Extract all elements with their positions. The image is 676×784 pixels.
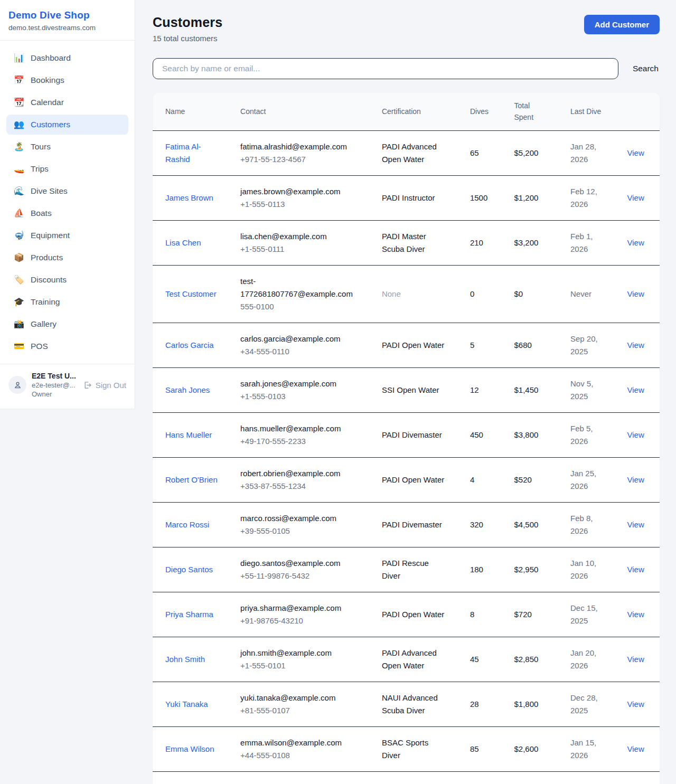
customer-email: yuki.tanaka@example.com (240, 692, 361, 704)
customer-total-spent: $720 (501, 592, 558, 637)
col-header-total-spent: Total Spent (501, 93, 558, 131)
sidebar-item-gallery[interactable]: 📸 Gallery (6, 314, 128, 334)
customer-phone: +91-98765-43210 (240, 615, 361, 627)
view-link[interactable]: View (627, 610, 644, 619)
sidebar-item-boats[interactable]: ⛵ Boats (6, 203, 128, 223)
customer-last-dive: Jan 25, 2026 (558, 458, 615, 503)
customer-last-dive: Feb 12, 2026 (558, 176, 615, 221)
view-link[interactable]: View (627, 655, 644, 664)
sidebar: Demo Dive Shop demo.test.divestreams.com… (0, 0, 135, 409)
package-icon: 📦 (14, 253, 24, 262)
customer-certification: PADI Master Scuba Diver (382, 232, 426, 253)
customer-total-spent: $2,100 (501, 772, 558, 784)
table-row: Yuki Tanaka yuki.tanaka@example.com +81-… (153, 682, 660, 727)
user-email: e2e-tester@... (32, 381, 78, 389)
view-link[interactable]: View (627, 289, 644, 298)
customer-dives: 65 (457, 131, 502, 176)
customer-name-link[interactable]: Lisa Chen (165, 238, 201, 247)
sidebar-item-dive-sites[interactable]: 🌊 Dive Sites (6, 181, 128, 201)
island-icon: 🏝️ (14, 143, 24, 151)
sidebar-item-bookings[interactable]: 📅 Bookings (6, 70, 128, 90)
customer-email: carlos.garcia@example.com (240, 333, 361, 345)
page-header: Customers 15 total customers Add Custome… (153, 15, 660, 43)
sailboat-icon: ⛵ (14, 209, 24, 218)
sidebar-item-training[interactable]: 🎓 Training (6, 292, 128, 312)
customer-last-dive: Dec 28, 2025 (558, 682, 615, 727)
customer-name-link[interactable]: Yuki Tanaka (165, 700, 208, 709)
add-customer-button[interactable]: Add Customer (584, 15, 660, 34)
customer-name-link[interactable]: Marco Rossi (165, 520, 209, 529)
customer-name-link[interactable]: Priya Sharma (165, 610, 213, 619)
customer-total-spent: $2,850 (501, 637, 558, 682)
customer-phone: +1-555-0111 (240, 243, 361, 256)
sidebar-item-label: POS (31, 342, 48, 351)
search-input[interactable] (153, 58, 618, 79)
sign-out-button[interactable]: Sign Out (83, 381, 126, 390)
camera-flash-icon: 📸 (14, 320, 24, 328)
sidebar-item-customers[interactable]: 👥 Customers (6, 115, 128, 135)
customer-name-link[interactable]: James Brown (165, 193, 213, 202)
customer-last-dive: Sep 20, 2025 (558, 323, 615, 368)
user-box: E2E Test U... e2e-tester@... Owner Sign … (0, 364, 135, 409)
bar-chart-icon: 📊 (14, 54, 24, 62)
table-row: Test Customer test-1772681807767@example… (153, 266, 660, 323)
customer-name-link[interactable]: Fatima Al-Rashid (165, 142, 201, 164)
customer-total-spent: $4,500 (501, 503, 558, 547)
sidebar-item-label: Dive Sites (31, 186, 68, 196)
customer-name-link[interactable]: Diego Santos (165, 565, 213, 574)
view-link[interactable]: View (627, 430, 644, 439)
view-link[interactable]: View (627, 700, 644, 709)
page-title: Customers (153, 15, 222, 30)
customer-name-link[interactable]: Carlos Garcia (165, 341, 214, 350)
customer-certification: PADI Advanced Open Water (382, 648, 437, 670)
customer-total-spent: $3,800 (501, 413, 558, 458)
sidebar-item-label: Customers (31, 120, 70, 129)
view-link[interactable]: View (627, 744, 644, 753)
view-link[interactable]: View (627, 520, 644, 529)
customer-dives: 28 (457, 682, 502, 727)
sidebar-item-pos[interactable]: 💳 POS (6, 336, 128, 356)
customer-dives: 12 (457, 368, 502, 413)
sidebar-item-calendar[interactable]: 📆 Calendar (6, 92, 128, 112)
sidebar-item-tours[interactable]: 🏝️ Tours (6, 137, 128, 157)
sidebar-item-trips[interactable]: 🚤 Trips (6, 159, 128, 179)
sidebar-item-equipment[interactable]: 🤿 Equipment (6, 225, 128, 245)
customer-last-dive: Feb 1, 2026 (558, 221, 615, 266)
customer-name-link[interactable]: John Smith (165, 655, 205, 664)
customer-phone: +1-555-0103 (240, 390, 361, 403)
customer-name-link[interactable]: Test Customer (165, 289, 217, 298)
sidebar-item-discounts[interactable]: 🏷️ Discounts (6, 270, 128, 290)
customer-total-spent: $680 (501, 323, 558, 368)
customer-certification: PADI Instructor (382, 193, 435, 202)
view-link[interactable]: View (627, 385, 644, 394)
table-row: Diego Santos diego.santos@example.com +5… (153, 547, 660, 592)
customer-name-link[interactable]: Robert O'Brien (165, 475, 218, 484)
view-link[interactable]: View (627, 193, 644, 202)
view-link[interactable]: View (627, 475, 644, 484)
table-row: Priya Sharma priya.sharma@example.com +9… (153, 592, 660, 637)
sidebar-item-label: Gallery (31, 319, 57, 329)
customer-certification: PADI Open Water (382, 475, 444, 484)
search-button[interactable]: Search (632, 61, 660, 77)
customer-phone: +353-87-555-1234 (240, 480, 361, 493)
col-header-certification: Certification (369, 93, 457, 131)
customer-email: lisa.chen@example.com (240, 230, 361, 243)
sidebar-item-label: Calendar (31, 98, 64, 107)
customer-name-link[interactable]: Emma Wilson (165, 744, 214, 753)
customer-email: diego.santos@example.com (240, 557, 361, 570)
customer-email: sarah.jones@example.com (240, 377, 361, 390)
view-link[interactable]: View (627, 341, 644, 350)
view-link[interactable]: View (627, 148, 644, 157)
customer-name-link[interactable]: Sarah Jones (165, 385, 210, 394)
table-row: Sarah Jones sarah.jones@example.com +1-5… (153, 368, 660, 413)
customer-name-link[interactable]: Hans Mueller (165, 430, 212, 439)
customer-phone: +55-11-99876-5432 (240, 570, 361, 582)
view-link[interactable]: View (627, 565, 644, 574)
sidebar-item-dashboard[interactable]: 📊 Dashboard (6, 48, 128, 68)
view-link[interactable]: View (627, 238, 644, 247)
customer-dives: 450 (457, 413, 502, 458)
customer-phone: 555-0100 (240, 300, 361, 313)
sidebar-item-label: Equipment (31, 231, 70, 240)
sidebar-item-label: Dashboard (31, 53, 71, 63)
sidebar-item-products[interactable]: 📦 Products (6, 248, 128, 268)
